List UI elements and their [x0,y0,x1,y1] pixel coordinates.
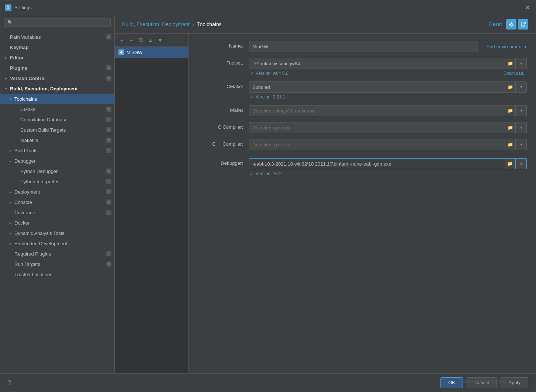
settings-badge-icon: ≡ [106,34,111,39]
toolset-row: Toolset: 📁 ▾ ✓ Version: w64 6.0 [197,58,527,76]
c-compiler-input[interactable] [249,122,505,133]
sidebar-item-dynamic-analysis-tools[interactable]: Dynamic Analysis Tools [0,228,114,238]
debugger-row: Debugger: 📁 ▾ ✓ Version: 10.2 [197,158,527,177]
chevron-icon [8,158,13,163]
debugger-browse-button[interactable]: 📁 [505,158,516,169]
name-control: Add environment ▾ [249,41,527,52]
settings-icon-btn[interactable] [506,19,516,30]
breadcrumb: Build, Execution, Deployment › Toolchain… [122,21,222,27]
sidebar-item-label: Editor [10,55,24,60]
download-link[interactable]: Download... [504,71,527,76]
settings-badge-icon: ≡ [106,138,111,143]
debugger-dropdown-button[interactable]: ▾ [516,158,527,169]
cmake-label: CMake: [197,81,249,89]
main-content: Build, Execution, Deployment › Toolchain… [115,15,536,373]
reset-button[interactable]: Reset [489,21,502,27]
move-down-button[interactable]: ▼ [156,36,164,44]
remove-toolchain-button[interactable]: − [127,36,135,44]
sidebar-item-console[interactable]: Console≡ [0,197,114,207]
sidebar-item-label: Toolchains [14,96,37,102]
sidebar-item-label: Path Variables [10,34,41,40]
external-link-icon-btn[interactable] [518,19,528,30]
sidebar-item-cmake[interactable]: CMake≡ [0,104,114,114]
cmake-input-group: 📁 ▾ [249,81,527,93]
c-compiler-browse-button[interactable]: 📁 [505,122,516,133]
toolset-dropdown-button[interactable]: ▾ [516,58,527,69]
sidebar-item-python-debugger[interactable]: Python Debugger≡ [0,166,114,176]
sidebar-item-label: Required Plugins [14,251,51,257]
chevron-icon [8,189,13,194]
sidebar-item-coverage[interactable]: Coverage≡ [0,207,114,218]
chevron-icon [8,148,13,153]
sidebar-item-python-interpreter[interactable]: Python Interpreter≡ [0,176,114,187]
cmake-browse-button[interactable]: 📁 [505,81,516,93]
sidebar-item-path-variables[interactable]: Path Variables≡ [0,32,114,42]
cpp-compiler-browse-button[interactable]: 📁 [505,139,516,150]
sidebar-item-plugins[interactable]: Plugins≡ [0,63,114,73]
breadcrumb-parent[interactable]: Build, Execution, Deployment [122,21,190,27]
sidebar-item-compilation-database[interactable]: Compilation Database≡ [0,114,114,125]
settings-badge-icon: ≡ [106,261,111,267]
ok-button[interactable]: OK [440,377,463,388]
toolset-browse-button[interactable]: 📁 [505,58,516,69]
chevron-icon [8,220,13,225]
app-icon: ⚙ [5,4,11,11]
sidebar-item-deployment[interactable]: Deployment≡ [0,187,114,197]
toolset-input[interactable] [249,58,505,69]
sidebar-item-build-tools[interactable]: Build Tools≡ [0,145,114,156]
sidebar-item-trusted-locations[interactable]: Trusted Locations [0,269,114,280]
c-compiler-dropdown-button[interactable]: ▾ [516,122,527,133]
sidebar-item-embedded-development[interactable]: Embedded Development [0,238,114,249]
close-button[interactable]: ✕ [524,4,531,11]
header-actions: Reset [489,19,528,30]
name-input[interactable] [249,41,479,52]
debugger-input[interactable] [249,158,505,169]
sidebar-item-version-control[interactable]: Version Control≡ [0,73,114,83]
sidebar-item-build-execution-deployment[interactable]: Build, Execution, Deployment [0,83,114,94]
sidebar-item-makefile[interactable]: Makefile≡ [0,135,114,145]
cancel-button[interactable]: Cancel [467,377,497,388]
debugger-control: 📁 ▾ ✓ Version: 10.2 [249,158,527,177]
toolchain-list-item[interactable]: GMinGW [115,47,188,58]
toolset-input-group: 📁 ▾ [249,58,527,69]
make-browse-button[interactable]: 📁 [505,105,516,116]
make-dropdown-button[interactable]: ▾ [516,105,527,116]
make-input[interactable] [249,105,505,116]
chevron-icon [8,96,13,101]
sidebar-item-editor[interactable]: Editor [0,52,114,63]
sidebar-item-label: Docker [14,220,30,226]
sidebar-item-docker[interactable]: Docker [0,218,114,228]
cmake-dropdown-button[interactable]: ▾ [516,81,527,93]
settings-badge-icon: ≡ [106,65,111,70]
toolchain-list: GMinGW [115,47,188,373]
sidebar-item-toolchains[interactable]: Toolchains [0,94,114,104]
header-icons [506,19,528,30]
toolset-version-row: ✓ Version: w64 6.0 Download... [249,70,527,76]
make-control: 📁 ▾ [249,105,527,116]
breadcrumb-separator: › [193,21,194,27]
settings-badge-icon: ≡ [106,107,111,112]
sidebar-item-label: Trusted Locations [14,272,52,277]
sidebar-item-debugger[interactable]: Debugger [0,156,114,166]
sidebar-item-custom-build-targets[interactable]: Custom Build Targets≡ [0,125,114,135]
move-up-button[interactable]: ▲ [146,36,155,44]
cmake-input[interactable] [249,81,505,93]
sidebar-item-run-targets[interactable]: Run Targets≡ [0,259,114,269]
make-label: Make: [197,105,249,113]
sidebar: Path Variables≡KeymapEditorPlugins≡Versi… [0,15,115,373]
sidebar-item-required-plugins[interactable]: Required Plugins≡ [0,249,114,259]
cpp-compiler-dropdown-button[interactable]: ▾ [516,139,527,150]
add-environment-button[interactable]: Add environment ▾ [487,44,527,49]
c-compiler-label: C Compiler: [197,122,249,130]
add-toolchain-button[interactable]: + [118,36,126,44]
sidebar-item-keymap[interactable]: Keymap [0,42,114,52]
sidebar-item-label: Custom Build Targets [20,127,66,133]
cpp-compiler-input[interactable] [249,139,505,150]
apply-button[interactable]: Apply [501,377,528,388]
search-input[interactable] [4,18,111,27]
help-icon[interactable]: ? [8,379,11,386]
make-input-group: 📁 ▾ [249,105,527,116]
make-row: Make: 📁 ▾ [197,105,527,117]
copy-toolchain-button[interactable]: ⧉ [137,36,145,44]
svg-point-0 [511,23,512,25]
